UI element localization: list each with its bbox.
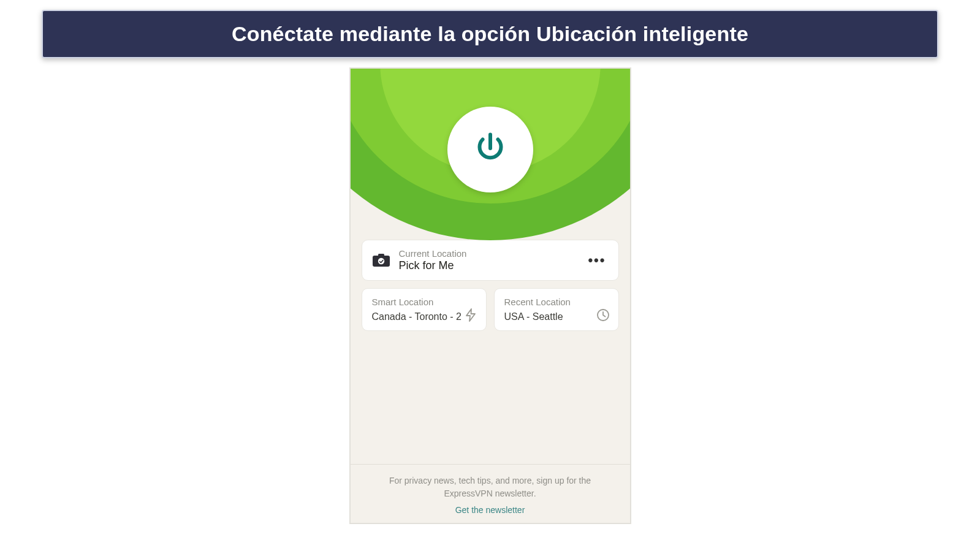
current-location-card[interactable]: Current Location Pick for Me ••• (362, 240, 619, 281)
camera-icon (372, 253, 390, 268)
svg-rect-1 (378, 254, 384, 257)
clock-icon (596, 308, 610, 322)
banner-title: Conéctate mediante la opción Ubicación i… (232, 22, 748, 45)
smart-location-value: Canada - Toronto - 2 (372, 311, 476, 322)
current-location-label: Current Location (399, 248, 577, 259)
recent-location-card[interactable]: Recent Location USA - Seattle (494, 288, 619, 331)
smart-location-card[interactable]: Smart Location Canada - Toronto - 2 (362, 288, 487, 331)
hero-area (351, 69, 630, 154)
svg-point-2 (378, 257, 384, 264)
smart-location-label: Smart Location (372, 297, 476, 307)
bolt-icon (464, 308, 477, 322)
instruction-banner: Conéctate mediante la opción Ubicación i… (42, 10, 938, 58)
spacer (351, 337, 630, 464)
footer-text: For privacy news, tech tips, and more, s… (365, 474, 615, 500)
current-location-value: Pick for Me (399, 259, 577, 272)
vpn-app-window: Connected Current Location Pick for Me •… (349, 67, 631, 524)
newsletter-link[interactable]: Get the newsletter (455, 505, 525, 515)
current-location-texts: Current Location Pick for Me (399, 248, 577, 272)
recent-location-value: USA - Seattle (504, 311, 609, 322)
location-options-button[interactable]: ••• (585, 250, 608, 271)
footer: For privacy news, tech tips, and more, s… (351, 464, 630, 523)
location-cards: Current Location Pick for Me ••• Smart L… (351, 226, 630, 337)
power-icon (472, 130, 509, 169)
recent-location-label: Recent Location (504, 297, 609, 307)
power-button[interactable] (447, 107, 533, 192)
